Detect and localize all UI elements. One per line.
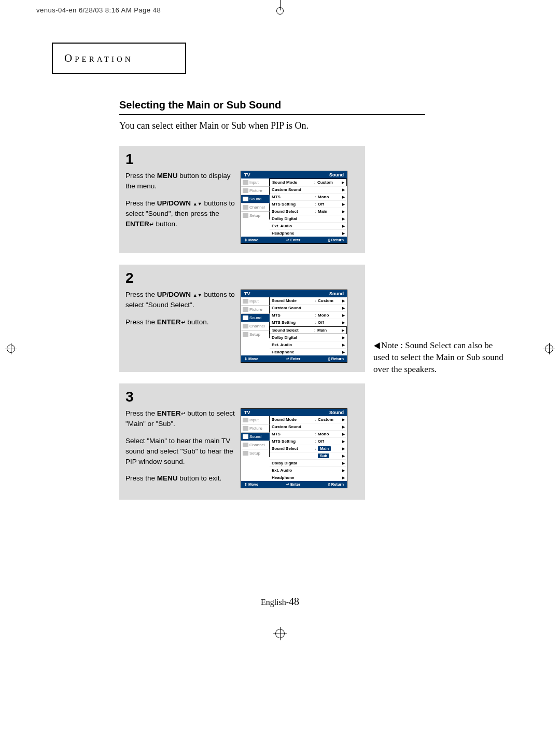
osd-row-label: Sound Select [272,209,315,214]
osd-title-left: TV [244,172,250,177]
tv-osd-menu: TVSoundInputPictureSoundChannelSetupSoun… [241,408,347,488]
text: Press the [125,318,157,326]
osd-nav-item: Input [241,297,270,306]
osd-row-value: Custom [317,180,340,185]
bold-text: UP/DOWN [157,199,191,207]
nav-icon [243,451,248,456]
bold-text: ENTER [125,220,149,228]
note-arrow-icon: ◀ [374,340,380,352]
osd-rows: Sound Mode:Custom▶Custom Sound▶MTS:Mono▶… [270,178,347,237]
osd-nav-item: Setup [241,212,270,219]
nav-icon [243,324,248,328]
chevron-right-icon: ▶ [340,328,344,333]
nav-icon [243,299,248,304]
nav-label: Setup [249,332,260,337]
nav-label: Picture [249,188,262,193]
osd-row: MTS Setting:Off▶ [270,201,347,208]
osd-nav-item: Setup [241,331,270,338]
osd-title-bar: TVSound [241,171,347,178]
nav-label: Sound [249,315,261,320]
print-header: venus-04-en 6/28/03 8:16 AM Page 48 [36,6,161,14]
crop-mark-left [5,343,17,354]
osd-footer: ⇕Move↵Enter▯Return [241,237,347,243]
osd-row: MTS:Mono▶ [270,431,347,438]
osd-title-bar: TVSound [241,290,347,297]
osd-option: Main [318,446,331,451]
osd-row-value: Main [317,328,340,333]
chevron-right-icon: ▶ [341,188,345,192]
footer-move: Move [248,482,258,487]
osd-row-label: Dolby Digital [272,335,315,340]
step-text: Press the MENU button to display the men… [125,171,241,236]
enter-icon: ↵ [286,483,289,487]
footer-enter: Enter [290,482,300,487]
chevron-right-icon: ▶ [341,476,345,480]
bold-text: ENTER [157,318,181,326]
osd-rows: Sound Mode:Custom▶Custom Sound▶MTS:Mono▶… [270,297,347,355]
osd-row-label: MTS [272,313,315,318]
osd-row: Custom Sound▶ [270,423,347,431]
chevron-right-icon: ▶ [341,461,345,465]
step-block: 2Press the UP/DOWN buttons to select "So… [119,265,365,372]
nav-label: Setup [249,451,260,456]
nav-label: Channel [249,443,265,447]
nav-icon [243,197,248,201]
nav-label: Picture [249,307,262,312]
osd-row-value: Mono [318,195,341,199]
chevron-right-icon: ▶ [341,454,345,458]
osd-title-right: Sound [329,410,344,415]
osd-row-label: MTS [272,432,315,436]
enter-icon: ↵ [286,357,289,361]
chevron-right-icon: ▶ [341,336,345,340]
step-number: 3 [125,389,359,405]
osd-nav-item: Picture [241,187,270,195]
nav-icon [243,205,248,210]
text: Press the [125,172,157,180]
osd-row-label: Headphone [272,350,315,354]
footer-return: Return [331,356,344,361]
text: Select "Main" to hear the main TV sound … [125,437,233,466]
chevron-right-icon: ▶ [341,202,345,207]
triangle-up-icon [193,291,198,298]
osd-row: Dolby Digital▶ [270,334,347,341]
osd-row-label: Custom Sound [272,187,315,192]
osd-row: Headphone▶ [270,349,347,355]
enter-icon: ↵ [149,220,154,229]
move-icon: ⇕ [244,483,247,487]
bold-text: ENTER [157,409,181,417]
step-number: 2 [125,270,359,286]
osd-nav-item: Setup [241,449,270,457]
osd-title-left: TV [244,410,250,415]
text: button. [154,220,177,228]
osd-footer: ⇕Move↵Enter▯Return [241,481,347,488]
chevron-right-icon: ▶ [341,195,345,199]
footer-move: Move [248,238,258,242]
osd-row: Sound Mode:Custom▶ [270,178,347,186]
return-icon: ▯ [328,357,330,361]
osd-row-label: MTS Setting [272,202,315,207]
chevron-right-icon: ▶ [341,217,345,221]
osd-row-value: Mono [318,313,341,318]
osd-row-label: MTS Setting [272,320,315,325]
osd-title-right: Sound [329,172,344,177]
return-icon: ▯ [328,483,330,487]
osd-row-label: Ext. Audio [272,468,315,473]
osd-row-value: Custom [318,417,341,422]
osd-row-label: Sound Mode [272,417,315,422]
osd-row-label: Ext. Audio [272,342,315,347]
osd-nav: InputPictureSoundChannelSetup [241,297,270,355]
osd-row-value: Off [318,439,341,444]
osd-row-label: Sound Mode [272,298,315,303]
osd-row-label: Dolby Digital [272,461,315,465]
osd-row-value: Main [318,446,341,451]
osd-row: Dolby Digital▶ [270,215,347,223]
footer-enter: Enter [290,356,300,361]
step-text: Press the UP/DOWN buttons to select "Sou… [125,290,241,334]
footer-move: Move [248,356,258,361]
osd-row-label: Sound Mode [272,180,314,185]
note-label: Note : [381,340,403,350]
step-block: 3Press the ENTER↵ button to select "Main… [119,383,365,500]
osd-nav-item: Input [241,178,270,187]
footer-enter: Enter [290,238,300,242]
osd-row-label: Headphone [272,231,315,236]
